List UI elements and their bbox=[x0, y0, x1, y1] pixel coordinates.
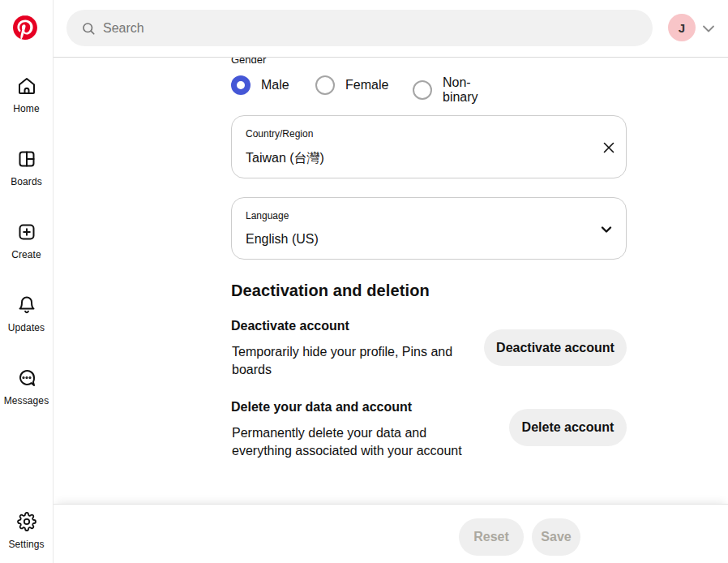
delete-account-description: Permanently delete your data and everyth… bbox=[232, 424, 487, 460]
account-chevron-down-icon[interactable] bbox=[702, 23, 715, 37]
sidebar-item-boards[interactable]: Boards bbox=[0, 149, 53, 187]
search-bar[interactable] bbox=[66, 10, 653, 46]
sidebar-item-label: Messages bbox=[4, 395, 49, 406]
language-select[interactable]: Language English (US) bbox=[231, 197, 627, 260]
radio-option-nonbinary[interactable]: Non-binary bbox=[413, 75, 478, 105]
sidebar-item-create[interactable]: Create bbox=[0, 222, 53, 260]
home-icon bbox=[17, 76, 36, 96]
chevron-down-icon bbox=[600, 223, 613, 239]
search-input[interactable] bbox=[103, 21, 646, 36]
radio-selected-icon bbox=[231, 75, 251, 95]
deactivate-account-description: Temporarily hide your profile, Pins and … bbox=[232, 343, 475, 379]
sidebar-item-label: Home bbox=[13, 103, 39, 114]
settings-content: Gender Male Female Non-binary Country/Re… bbox=[0, 0, 728, 563]
gear-icon bbox=[17, 512, 36, 531]
sidebar-item-home[interactable]: Home bbox=[0, 76, 53, 114]
deactivate-account-button[interactable]: Deactivate account bbox=[484, 329, 627, 366]
bell-icon bbox=[17, 295, 36, 315]
country-region-value: Taiwan (台灣) bbox=[246, 150, 324, 167]
sidebar-item-label: Create bbox=[11, 249, 41, 260]
settings-footer: Reset Save bbox=[54, 504, 728, 563]
sidebar-item-label: Boards bbox=[11, 176, 42, 187]
boards-icon bbox=[17, 149, 36, 169]
clear-country-button[interactable] bbox=[602, 141, 616, 156]
radio-unselected-icon bbox=[413, 80, 432, 100]
sidebar: Home Boards Create Updates bbox=[0, 0, 54, 563]
delete-account-title: Delete your data and account bbox=[231, 400, 412, 415]
radio-unselected-icon bbox=[315, 75, 335, 95]
language-value: English (US) bbox=[246, 232, 319, 247]
save-button[interactable]: Save bbox=[532, 518, 580, 556]
radio-option-female[interactable]: Female bbox=[315, 75, 388, 95]
sidebar-item-label: Updates bbox=[8, 322, 45, 333]
sidebar-item-updates[interactable]: Updates bbox=[0, 295, 53, 333]
radio-option-label: Male bbox=[261, 78, 289, 92]
radio-option-label: Non-binary bbox=[443, 75, 478, 105]
radio-option-label: Female bbox=[345, 78, 388, 92]
country-region-label: Country/Region bbox=[246, 128, 313, 140]
search-icon bbox=[81, 21, 96, 36]
delete-account-button[interactable]: Delete account bbox=[509, 409, 627, 446]
country-region-field[interactable]: Country/Region Taiwan (台灣) bbox=[231, 115, 627, 178]
sidebar-item-messages[interactable]: Messages bbox=[0, 368, 53, 406]
language-label: Language bbox=[246, 210, 289, 221]
sidebar-item-settings[interactable]: Settings bbox=[0, 512, 53, 550]
sidebar-item-label: Settings bbox=[8, 539, 44, 550]
messages-icon bbox=[17, 368, 36, 388]
radio-option-male[interactable]: Male bbox=[231, 75, 289, 95]
pinterest-logo[interactable] bbox=[13, 15, 37, 40]
deactivate-account-title: Deactivate account bbox=[231, 319, 349, 333]
create-icon bbox=[17, 222, 36, 242]
pinterest-settings-page: Home Boards Create Updates bbox=[0, 0, 728, 563]
close-icon bbox=[602, 141, 615, 154]
avatar[interactable]: J bbox=[668, 14, 696, 41]
top-header: J bbox=[54, 0, 728, 58]
pinterest-logo-icon bbox=[13, 15, 37, 40]
reset-button[interactable]: Reset bbox=[459, 518, 524, 556]
deactivation-section-heading: Deactivation and deletion bbox=[231, 282, 430, 300]
